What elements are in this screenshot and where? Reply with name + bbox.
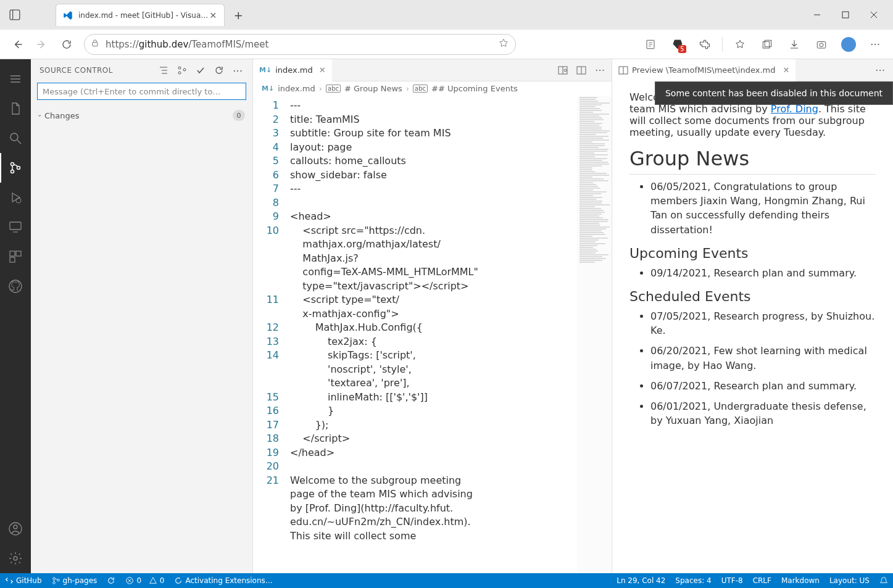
svg-point-20: [11, 163, 14, 166]
list-item: 09/14/2021, Research plan and summary.: [650, 266, 876, 280]
editor-tab[interactable]: M↓ index.md ✕: [253, 59, 332, 81]
preview-content: Some content has been disabled in this d…: [612, 81, 893, 573]
list-item: 07/05/2021, Research progress, by Shuizh…: [650, 309, 876, 337]
heading-icon: abc: [413, 85, 428, 93]
group-news-heading: Group News: [629, 147, 876, 175]
upcoming-heading: Upcoming Events: [629, 246, 876, 261]
tree-icon[interactable]: [157, 64, 170, 77]
svg-point-41: [564, 69, 567, 72]
problems-status[interactable]: 0 0: [120, 573, 169, 588]
preview-tab[interactable]: Preview \TeamofMIS\meet\index.md ✕: [612, 59, 795, 81]
svg-point-38: [183, 68, 186, 71]
close-tab-icon[interactable]: ✕: [208, 10, 218, 20]
extensions-status[interactable]: Activating Extensions…: [169, 573, 277, 588]
svg-point-14: [820, 43, 823, 46]
source-control-sidebar: SOURCE CONTROL ⋯ Message (Ctrl+Enter to …: [31, 59, 253, 573]
encoding-status[interactable]: UTF-8: [716, 576, 748, 585]
commit-icon[interactable]: [194, 64, 207, 77]
code-editor[interactable]: 12345678910 11 121314 15161718192021 ---…: [253, 96, 612, 573]
svg-point-48: [57, 579, 59, 581]
browser-tab[interactable]: index.md - meet [GitHub] - Visua… ✕: [56, 4, 225, 26]
markdown-icon: M↓: [262, 85, 274, 93]
screenshot-icon[interactable]: [809, 32, 834, 57]
svg-point-21: [11, 170, 14, 173]
svg-rect-27: [16, 251, 21, 256]
sync-status[interactable]: [102, 573, 120, 588]
spaces-status[interactable]: Spaces: 4: [670, 576, 716, 585]
commit-message-input[interactable]: Message (Ctrl+Enter to commit directly t…: [37, 83, 246, 100]
branch-status[interactable]: gh-pages: [47, 573, 102, 588]
svg-point-32: [14, 557, 17, 560]
profile-icon[interactable]: [836, 32, 861, 57]
more-icon[interactable]: ⋯: [231, 64, 244, 77]
layout-status[interactable]: Layout: US: [824, 576, 874, 585]
maximize-button[interactable]: [831, 5, 860, 25]
eol-status[interactable]: CRLF: [748, 576, 776, 585]
refresh-button[interactable]: [54, 32, 79, 57]
browser-toolbar: https://github.dev/TeamofMIS/meet 5 ⋯: [0, 30, 893, 59]
language-status[interactable]: Markdown: [776, 576, 824, 585]
line-numbers: 12345678910 11 121314 15161718192021: [253, 96, 290, 573]
extensions-icon[interactable]: [0, 242, 31, 271]
list-item: 06/20/2021, Few shot learning with medic…: [650, 344, 876, 372]
debug-icon[interactable]: [0, 183, 31, 212]
more-icon[interactable]: ⋯: [593, 64, 607, 77]
changes-count: 0: [233, 110, 245, 121]
svg-rect-3: [842, 12, 849, 18]
puzzle-icon[interactable]: [692, 32, 717, 57]
downloads-icon[interactable]: [782, 32, 807, 57]
more-icon[interactable]: ⋯: [863, 32, 888, 57]
url-text: https://github.dev/TeamofMIS/meet: [106, 39, 498, 50]
settings-icon[interactable]: [0, 544, 31, 573]
explorer-icon[interactable]: [0, 94, 31, 123]
svg-rect-11: [763, 41, 770, 48]
refresh-icon[interactable]: [213, 64, 225, 77]
minimize-button[interactable]: [803, 5, 831, 25]
code-content: ---title: TeamMISsubtitle: Group site fo…: [290, 96, 612, 573]
account-icon[interactable]: [0, 514, 31, 544]
status-bar: GitHub gh-pages 0 0 Activating Extension…: [0, 573, 893, 588]
extension-icon[interactable]: 5: [665, 32, 690, 57]
list-item: 06/01/2021, Undergraduate thesis defense…: [650, 399, 876, 428]
breadcrumb[interactable]: M↓ index.md › abc # Group News › abc ## …: [253, 81, 612, 96]
list-item: 06/05/2021, Congratulations to group mem…: [650, 180, 876, 237]
more-icon[interactable]: ⋯: [873, 64, 887, 77]
svg-rect-26: [10, 251, 15, 256]
cursor-status[interactable]: Ln 29, Col 42: [612, 576, 670, 585]
list-item: 06/07/2021, Research plan and summary.: [650, 379, 876, 393]
window-title-bar: index.md - meet [GitHub] - Visua… ✕ +: [0, 0, 893, 30]
back-button[interactable]: [5, 32, 30, 57]
sidebar-toggle-icon[interactable]: [5, 9, 25, 20]
branch-icon[interactable]: [176, 64, 188, 77]
close-tab-icon[interactable]: ✕: [319, 65, 326, 75]
collections-icon[interactable]: [755, 32, 779, 57]
svg-rect-0: [10, 10, 20, 20]
search-icon[interactable]: [0, 123, 31, 153]
split-icon[interactable]: [575, 64, 588, 77]
address-bar[interactable]: https://github.dev/TeamofMIS/meet: [84, 34, 516, 55]
forward-button[interactable]: [30, 32, 54, 57]
favorites-icon[interactable]: [728, 32, 752, 57]
reader-icon[interactable]: [638, 32, 663, 57]
scheduled-heading: Scheduled Events: [629, 289, 876, 304]
svg-point-31: [14, 525, 17, 529]
close-window-button[interactable]: [860, 5, 888, 25]
close-icon[interactable]: ✕: [783, 65, 789, 75]
changes-section[interactable]: › Changes 0: [31, 107, 252, 123]
preview-icon[interactable]: [556, 64, 570, 77]
chevron-down-icon: ›: [36, 114, 43, 117]
preview-icon: [618, 65, 628, 75]
activity-bar: [0, 59, 31, 573]
source-control-icon[interactable]: [0, 153, 31, 183]
remote-status[interactable]: GitHub: [0, 573, 47, 588]
svg-point-36: [178, 67, 181, 69]
new-tab-button[interactable]: +: [230, 6, 247, 23]
remote-icon[interactable]: [0, 212, 31, 242]
notifications-icon[interactable]: [874, 576, 893, 585]
svg-line-19: [17, 140, 21, 144]
minimap[interactable]: [577, 96, 612, 573]
github-icon[interactable]: [0, 271, 31, 301]
svg-point-22: [17, 167, 20, 170]
favorite-icon[interactable]: [498, 38, 509, 51]
menu-icon[interactable]: [0, 64, 31, 94]
